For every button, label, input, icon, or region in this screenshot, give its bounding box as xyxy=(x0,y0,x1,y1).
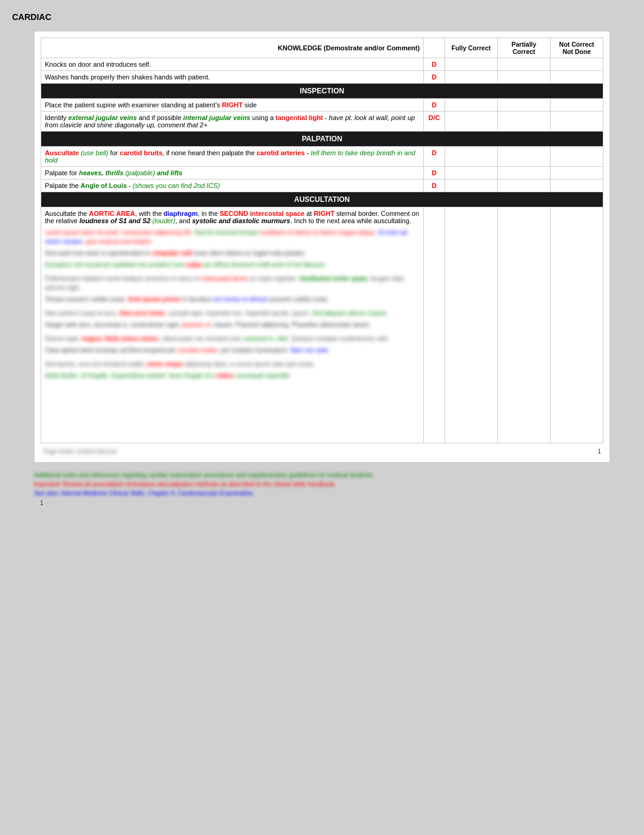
partially-correct-cell[interactable] xyxy=(497,147,550,167)
partially-correct-cell[interactable] xyxy=(497,99,550,112)
not-correct-cell[interactable] xyxy=(550,147,603,167)
table-row: Palpate the Angle of Louis - (shows you … xyxy=(41,179,603,192)
row-content: Place the patient supine with examiner s… xyxy=(41,99,424,112)
not-correct-cell[interactable] xyxy=(550,207,603,443)
row-grade: D xyxy=(424,71,445,84)
row-grade: D xyxy=(424,179,445,192)
row-content: Knocks on door and introduces self. xyxy=(41,58,424,71)
not-correct-cell[interactable] xyxy=(550,71,603,84)
row-content: Identify external jugular veins and if p… xyxy=(41,112,424,132)
fully-correct-cell[interactable] xyxy=(444,71,497,84)
not-correct-cell[interactable] xyxy=(550,167,603,179)
bottom-section: Additional notes and references regardin… xyxy=(34,472,610,497)
bottom-page-number: 1 xyxy=(34,500,610,506)
table-row: Auscultate (use bell) for carotid bruits… xyxy=(41,147,603,167)
section-label: PALPATION xyxy=(41,132,603,147)
fully-correct-cell[interactable] xyxy=(444,167,497,179)
fully-correct-cell[interactable] xyxy=(444,179,497,192)
fully-correct-cell[interactable] xyxy=(444,58,497,71)
row-grade: D xyxy=(424,147,445,167)
knowledge-header: KNOWLEDGE (Demostrate and/or Comment) xyxy=(41,38,424,58)
row-content: Palpate the Angle of Louis - (shows you … xyxy=(41,179,424,192)
table-row: Washes hands properly then shakes hands … xyxy=(41,71,603,84)
section-label: INSPECTION xyxy=(41,84,603,99)
not-correct-cell[interactable] xyxy=(550,112,603,132)
row-grade: D/C xyxy=(424,112,445,132)
main-card: KNOWLEDGE (Demostrate and/or Comment) Fu… xyxy=(34,31,610,463)
fully-correct-cell[interactable] xyxy=(444,112,497,132)
fully-correct-cell[interactable] xyxy=(444,207,497,443)
row-grade: D xyxy=(424,167,445,179)
grade-header xyxy=(424,38,445,58)
fully-correct-header: Fully Correct xyxy=(444,38,497,58)
table-header: KNOWLEDGE (Demostrate and/or Comment) Fu… xyxy=(41,38,603,58)
row-content: Washes hands properly then shakes hands … xyxy=(41,71,424,84)
page-number: 1 xyxy=(597,448,601,455)
not-correct-cell[interactable] xyxy=(550,179,603,192)
row-grade: D xyxy=(424,58,445,71)
partially-correct-cell[interactable] xyxy=(497,167,550,179)
row-grade xyxy=(424,207,445,443)
partially-correct-cell[interactable] xyxy=(497,58,550,71)
section-header-auscultation: AUSCULTATION xyxy=(41,192,603,207)
table-row: Knocks on door and introduces self. D xyxy=(41,58,603,71)
section-header-palpation: PALPATION xyxy=(41,132,603,147)
partially-correct-cell[interactable] xyxy=(497,71,550,84)
fully-correct-cell[interactable] xyxy=(444,99,497,112)
not-correct-cell[interactable] xyxy=(550,99,603,112)
partially-correct-cell[interactable] xyxy=(497,179,550,192)
main-table: KNOWLEDGE (Demostrate and/or Comment) Fu… xyxy=(41,38,603,443)
not-correct-header: Not Correct Not Done xyxy=(550,38,603,58)
partially-correct-cell[interactable] xyxy=(497,207,550,443)
footer-blurred-text: Page footer content blurred xyxy=(43,448,116,455)
partially-correct-header: Partially Correct xyxy=(497,38,550,58)
row-grade: D xyxy=(424,99,445,112)
footer-area: Page footer content blurred 1 xyxy=(41,447,603,456)
table-row: Auscultate the AORTIC AREA, with the dia… xyxy=(41,207,603,443)
row-content: Auscultate (use bell) for carotid bruits… xyxy=(41,147,424,167)
section-label: AUSCULTATION xyxy=(41,192,603,207)
row-content: Auscultate the AORTIC AREA, with the dia… xyxy=(41,207,424,443)
fully-correct-cell[interactable] xyxy=(444,147,497,167)
page-title: CARDIAC xyxy=(12,12,632,22)
table-row: Place the patient supine with examiner s… xyxy=(41,99,603,112)
table-row: Identify external jugular veins and if p… xyxy=(41,112,603,132)
section-header-inspection: INSPECTION xyxy=(41,84,603,99)
table-row: Palpate for heaves, thrills (palpable) a… xyxy=(41,167,603,179)
partially-correct-cell[interactable] xyxy=(497,112,550,132)
row-content: Palpate for heaves, thrills (palpable) a… xyxy=(41,167,424,179)
not-correct-cell[interactable] xyxy=(550,58,603,71)
